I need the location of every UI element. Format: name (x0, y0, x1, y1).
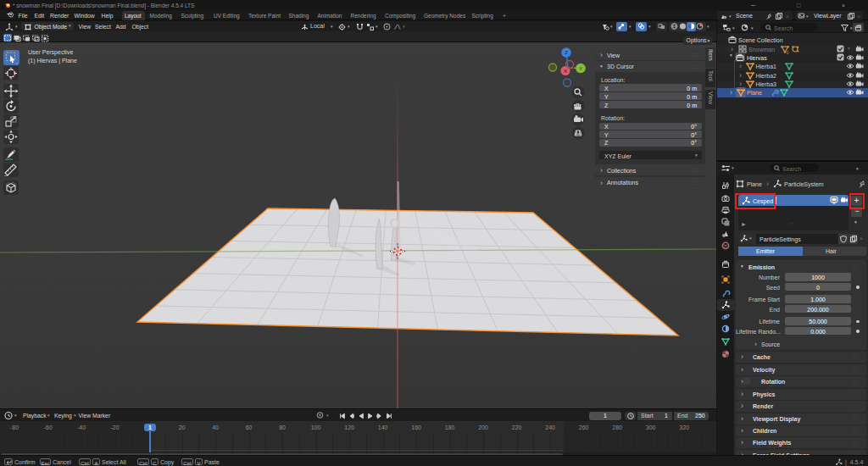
svg-text:Z: Z (565, 50, 568, 55)
svg-text:0: 0 (787, 50, 789, 54)
svg-text:Y: Y (579, 66, 582, 71)
svg-text:X: X (564, 69, 567, 74)
